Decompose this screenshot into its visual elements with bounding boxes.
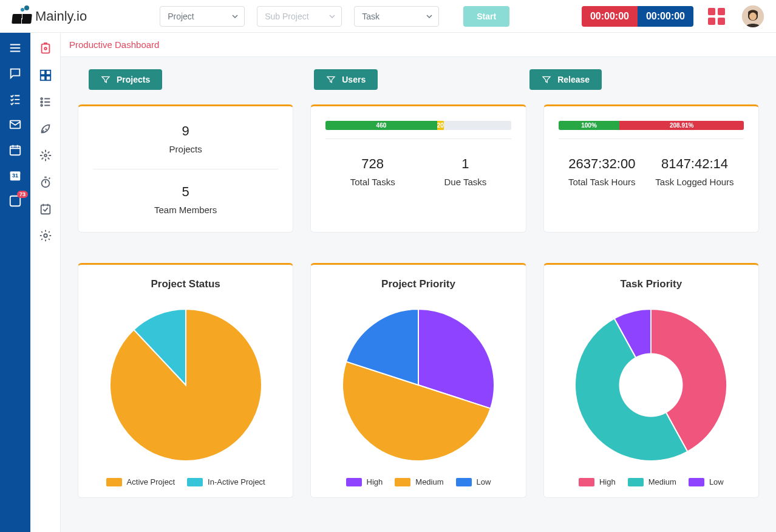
user-avatar[interactable] [742, 5, 764, 27]
caret-down-icon [426, 12, 432, 21]
apps-grid-icon[interactable] [708, 8, 725, 25]
legend-swatch [106, 478, 122, 486]
legend-swatch [346, 478, 362, 486]
progress-segment: 460 [325, 121, 437, 130]
legend-swatch [579, 478, 594, 486]
svg-rect-13 [46, 76, 50, 80]
projects-count-label: Projects [169, 144, 202, 154]
start-button[interactable]: Start [463, 6, 509, 27]
legend-item[interactable]: Medium [395, 477, 443, 486]
filter-icon [542, 75, 551, 84]
mail-icon[interactable] [9, 118, 22, 131]
team-count: 5 [182, 184, 189, 200]
svg-rect-8 [41, 44, 49, 53]
page-title-bar: Productive Dashboard [61, 33, 776, 57]
legend-label: High [367, 477, 383, 486]
total-tasks-label: Total Tasks [350, 177, 395, 187]
context-selectors: Project Sub Project Task [160, 6, 439, 27]
task-select-label: Task [362, 12, 379, 21]
legend-item[interactable]: High [579, 477, 616, 486]
dashboard-icon[interactable] [38, 68, 53, 83]
task-select[interactable]: Task [354, 6, 439, 27]
rocket-icon[interactable] [38, 121, 53, 136]
legend-label: High [599, 477, 616, 486]
timer-display: 00:00:00 00:00:00 [582, 6, 693, 27]
legend-item[interactable]: In-Active Project [187, 477, 265, 486]
activity-icon[interactable]: 73 [9, 194, 22, 208]
svg-point-15 [41, 101, 43, 103]
svg-rect-12 [40, 76, 44, 80]
legend-label: Medium [648, 477, 676, 486]
legend-swatch [689, 478, 704, 486]
logged-hours-value: 8147:42:14 [661, 156, 728, 172]
task-priority-chart-card: Task Priority HighMediumLow [543, 263, 759, 498]
timer-red: 00:00:00 [582, 6, 638, 27]
legend-item[interactable]: Low [689, 477, 724, 486]
filter-projects[interactable]: Projects [89, 69, 162, 90]
tasks-progress-bar: 46020 [325, 121, 511, 130]
svg-point-9 [44, 47, 47, 50]
kpi-overview-card: 9 Projects 5 Team Members [78, 104, 293, 233]
calendar-day-number: 31 [12, 172, 18, 179]
svg-rect-19 [41, 205, 50, 214]
chart-row: Project Status Active ProjectIn-Active P… [78, 263, 759, 498]
legend-label: Low [477, 477, 491, 486]
project-status-pie [107, 306, 265, 464]
checklist-icon[interactable] [9, 92, 22, 106]
filter-icon [326, 75, 336, 84]
kpi-hours-card: 100%208.91% 2637:32:00 Total Task Hours … [543, 104, 759, 233]
project-status-title: Project Status [151, 278, 220, 290]
due-tasks-label: Due Tasks [444, 177, 486, 187]
project-status-legend: Active ProjectIn-Active Project [106, 477, 265, 486]
project-select-label: Project [168, 12, 194, 21]
calendar-day-icon[interactable]: 31 [9, 169, 22, 182]
svg-point-21 [619, 353, 683, 417]
filter-release[interactable]: Release [529, 69, 602, 90]
svg-rect-10 [40, 70, 44, 75]
flower-icon[interactable] [38, 148, 53, 163]
filter-users[interactable]: Users [314, 69, 378, 90]
filter-release-label: Release [557, 75, 590, 84]
legend-swatch [456, 478, 472, 486]
projects-count: 9 [182, 123, 189, 139]
progress-segment: 100% [559, 121, 620, 130]
total-hours-label: Total Task Hours [568, 177, 636, 187]
project-select[interactable]: Project [160, 6, 245, 27]
main-scroll[interactable]: Projects Users Release 9 Projects [61, 57, 776, 510]
stopwatch-icon[interactable] [38, 175, 53, 189]
workspace-icon[interactable] [38, 41, 53, 56]
svg-rect-4 [10, 146, 21, 155]
kpi-tasks-card: 46020 728 Total Tasks 1 Due Tasks [310, 104, 526, 233]
page-title: Productive Dashboard [69, 39, 159, 50]
legend-item[interactable]: Medium [628, 477, 676, 486]
legend-swatch [395, 478, 410, 486]
brand-text: Mainly.io [35, 9, 87, 24]
svg-point-17 [44, 154, 47, 157]
svg-rect-11 [46, 70, 50, 75]
legend-item[interactable]: High [346, 477, 383, 486]
section-nav-rail [30, 33, 61, 532]
filter-row: Projects Users Release [78, 69, 759, 90]
brand-mark [12, 9, 32, 24]
primary-nav-rail: 31 73 [0, 33, 30, 532]
schedule-icon[interactable] [9, 143, 22, 157]
total-tasks-value: 728 [361, 156, 384, 172]
progress-segment: 20 [437, 121, 444, 130]
menu-icon[interactable] [9, 41, 22, 55]
activity-badge: 73 [17, 191, 28, 198]
task-priority-title: Task Priority [620, 278, 682, 290]
caret-down-icon [329, 12, 335, 21]
approve-icon[interactable] [38, 202, 53, 216]
gear-icon[interactable] [38, 228, 53, 243]
legend-swatch [187, 478, 203, 486]
filter-projects-label: Projects [117, 75, 150, 84]
svg-point-2 [749, 12, 757, 20]
legend-item[interactable]: Active Project [106, 477, 175, 486]
sub-project-select[interactable]: Sub Project [257, 6, 342, 27]
brand-logo[interactable]: Mainly.io [12, 9, 87, 24]
due-tasks-value: 1 [461, 156, 469, 172]
filter-users-label: Users [342, 75, 366, 84]
legend-item[interactable]: Low [456, 477, 491, 486]
chat-icon[interactable] [9, 67, 22, 80]
list-icon[interactable] [38, 95, 53, 109]
